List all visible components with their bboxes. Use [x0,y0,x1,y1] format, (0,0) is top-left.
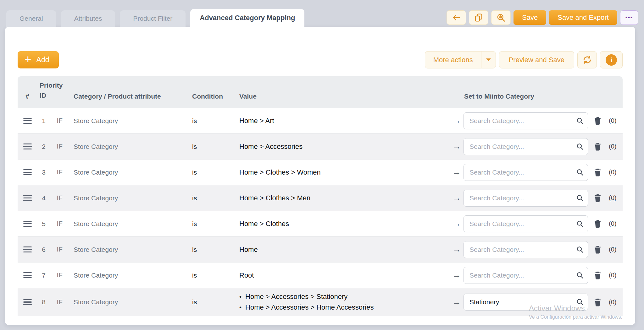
row-value: Root [235,267,450,284]
arrow-right-icon: → [450,167,464,177]
copy-icon [474,13,483,22]
category-search-input[interactable] [464,138,588,155]
row-match-count: (0) [606,299,623,306]
search-icon[interactable] [576,246,584,253]
delete-row-button[interactable] [589,116,606,125]
row-if-label: IF [51,169,69,176]
mapping-table: # Priority ID Category / Product attribu… [18,76,623,316]
category-search-input[interactable] [464,267,588,284]
tab-bar: General Attributes Product Filter Advanc… [6,10,304,27]
row-if-label: IF [51,272,69,279]
row-condition: is [188,169,235,176]
category-search-input[interactable] [464,190,588,207]
delete-row-button[interactable] [589,142,606,151]
save-and-export-button[interactable]: Save and Export [549,10,617,25]
search-icon[interactable] [576,298,584,306]
search-icon[interactable] [576,220,584,228]
drag-handle[interactable] [18,246,36,252]
drag-handle[interactable] [18,272,36,278]
inspect-button[interactable] [491,10,511,25]
row-if-label: IF [51,299,69,306]
row-value: Home > Clothes > Women [235,164,450,181]
drag-handle-icon [23,118,32,124]
table-body: 1 IF Store Category is Home > Art → (0) … [18,108,623,316]
save-button[interactable]: Save [514,10,546,25]
delete-row-button[interactable] [589,271,606,279]
row-match-count: (0) [606,220,623,227]
header-priority-id: Priority ID [36,80,69,108]
category-search-input[interactable] [464,164,588,181]
row-if-label: IF [51,117,69,124]
row-priority-id: 3 [36,169,51,176]
tab-attributes[interactable]: Attributes [61,10,115,27]
preview-and-save-button[interactable]: Preview and Save [499,51,574,68]
caret-down-icon [486,58,491,62]
table-row: 4 IF Store Category is Home > Clothes > … [18,185,623,211]
tab-general[interactable]: General [6,10,56,27]
row-category-cell [464,112,589,129]
search-icon[interactable] [576,143,584,150]
category-search-input[interactable] [464,294,588,311]
row-condition: is [188,194,235,202]
search-icon[interactable] [576,271,584,279]
delete-row-button[interactable] [589,298,606,306]
search-icon[interactable] [576,117,584,125]
delete-row-button[interactable] [589,168,606,176]
category-search-input[interactable] [464,241,588,258]
row-category-cell [464,138,589,155]
row-priority-id: 1 [36,117,51,125]
table-row: 7 IF Store Category is Root → (0) [18,262,623,288]
table-row: 3 IF Store Category is Home > Clothes > … [18,159,623,185]
trash-icon [594,194,602,202]
category-search-input[interactable] [464,215,588,232]
duplicate-button[interactable] [469,10,488,25]
add-button[interactable]: + Add [18,51,59,68]
bullet-icon: • [239,302,242,313]
row-value: •Home > Accessories > Stationery•Home > … [235,288,450,316]
arrow-right-icon: → [450,193,464,203]
drag-handle[interactable] [18,195,36,201]
top-toolbar: Save Save and Export ••• [447,10,638,25]
delete-row-button[interactable] [589,219,606,228]
search-icon[interactable] [576,168,584,176]
arrow-right-icon: → [450,245,464,254]
row-if-label: IF [51,246,69,253]
delete-row-button[interactable] [589,245,606,254]
category-search-input[interactable] [464,112,588,129]
row-condition: is [188,117,235,125]
bullet-icon: • [239,291,242,302]
drag-handle[interactable] [18,299,36,305]
back-button[interactable] [447,10,466,25]
drag-handle[interactable] [18,221,36,227]
delete-row-button[interactable] [589,194,606,202]
info-icon: i [606,54,617,66]
arrow-right-icon: → [450,270,464,280]
row-priority-id: 7 [36,272,51,279]
table-row: 8 IF Store Category is •Home > Accessori… [18,288,623,316]
row-attribute: Store Category [69,194,188,202]
header-set-to-category: Set to Miinto Category [464,93,589,108]
row-attribute: Store Category [69,272,188,279]
drag-handle[interactable] [18,118,36,124]
search-icon[interactable] [576,194,584,202]
arrow-left-icon [452,13,461,22]
refresh-button[interactable] [577,51,597,68]
trash-icon [594,245,602,254]
drag-handle[interactable] [18,169,36,175]
row-match-count: (0) [606,143,623,150]
tab-product-filter[interactable]: Product Filter [120,10,186,27]
more-options-button[interactable]: ••• [620,10,638,25]
row-condition: is [188,272,235,279]
more-actions-dropdown-button[interactable] [481,51,496,68]
drag-handle[interactable] [18,143,36,149]
more-actions-split-button: More actions [425,51,496,68]
info-button[interactable]: i [600,51,623,68]
row-value: Home > Art [235,112,450,129]
row-if-label: IF [51,220,69,227]
row-condition: is [188,143,235,150]
row-category-cell [464,190,589,207]
row-priority-id: 8 [36,298,51,306]
more-actions-button[interactable]: More actions [425,51,481,68]
tab-advanced-category-mapping[interactable]: Advanced Category Mapping [190,9,304,27]
row-attribute: Store Category [69,143,188,150]
